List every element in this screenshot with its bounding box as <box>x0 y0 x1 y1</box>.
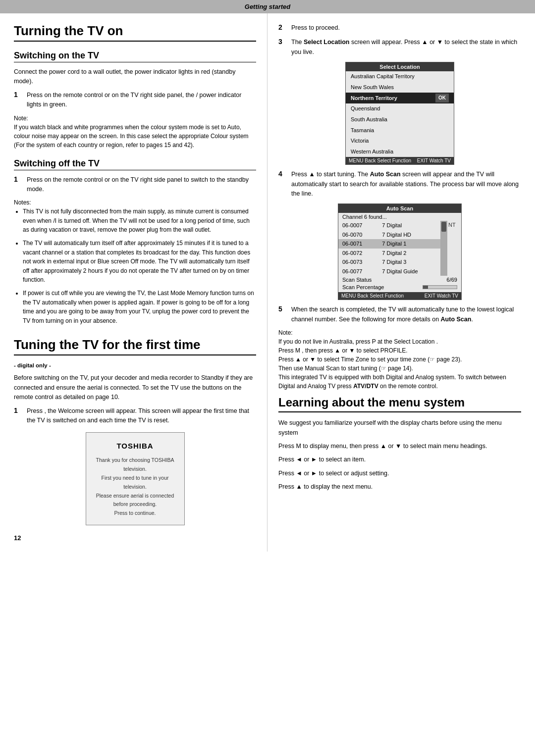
screen-item-act: Australian Capital Territory <box>346 71 454 82</box>
tuning-body: Before switching on the TV, put your dec… <box>14 373 256 402</box>
step-switching-off-1-text: Press on the remote control or on the TV… <box>27 175 256 195</box>
step-2: 2 Press to proceed. <box>278 23 521 33</box>
section-turning-tv-on-title: Turning the TV on <box>14 23 256 42</box>
step-2-text: Press to proceed. <box>291 23 521 33</box>
scan-percentage-row: Scan Percentage <box>338 283 461 292</box>
channel-code: 06-0077 <box>338 267 378 276</box>
step-2-number: 2 <box>278 23 288 31</box>
table-row: 06-00777 Digital Guide <box>338 267 440 276</box>
channel-code: 06-0072 <box>338 249 378 258</box>
nt-label: NT <box>447 222 456 228</box>
digital-only-label: - digital only - <box>14 362 256 368</box>
notes-list: This TV is not fully disconnected from t… <box>14 207 256 325</box>
subsection-switching-on-title: Switching on the TV <box>14 50 256 62</box>
right-note-line-5: This integrated TV is equipped with both… <box>278 373 521 391</box>
subsection-switching-off-title: Switching off the TV <box>14 158 256 170</box>
channel-name: 7 Digital HD <box>378 230 440 240</box>
scan-status-label: Scan Status <box>342 277 372 283</box>
screen-item-tas: Tasmania <box>346 125 454 136</box>
welcome-line-2: First you need to tune in your televisio… <box>93 474 177 492</box>
learning-instruction-1: Press M to display menu, then press ▲ or… <box>278 442 521 451</box>
welcome-screen: TOSHIBA Thank you for choosing TOSHIBA t… <box>86 432 185 525</box>
channel-name: 7 Digital 1 <box>378 239 440 249</box>
channel-code: 06-0071 <box>338 239 378 249</box>
progress-inner <box>423 286 428 289</box>
table-row: 06-00707 Digital HD <box>338 230 440 240</box>
auto-scan-footer-right: EXIT Watch TV <box>425 293 458 299</box>
channel-name: 7 Digital 2 <box>378 249 440 258</box>
right-note-line-1: If you do not live in Australia, press P… <box>278 337 521 346</box>
step-off-number-1: 1 <box>14 175 24 183</box>
screen-item-wa: Western Australia <box>346 147 454 157</box>
header-title: Getting started <box>245 3 290 10</box>
select-location-footer-left: MENU Back Select Function <box>349 158 411 163</box>
welcome-text: Thank you for choosing TOSHIBA televisio… <box>93 456 177 518</box>
auto-scan-footer-left: MENU Back Select Function <box>341 293 404 299</box>
step-number-1: 1 <box>14 91 24 99</box>
table-row: 06-00727 Digital 2 <box>338 249 440 258</box>
learning-body: We suggest you familiarize yourself with… <box>278 418 521 438</box>
list-item: This TV is not fully disconnected from t… <box>23 207 256 235</box>
table-row: 06-00737 Digital 3 <box>338 257 440 267</box>
learning-section: Learning about the menu system We sugges… <box>278 396 521 492</box>
right-note-box: If you do not live in Australia, press P… <box>278 337 521 391</box>
auto-scan-screen: Auto Scan Channel 6 found... 06-00077 Di… <box>338 203 462 300</box>
scan-status-row: Scan Status 6/69 <box>338 276 461 283</box>
right-note-line-2: Press M , then press ▲ or ▼ to select PR… <box>278 346 521 355</box>
step-5: 5 When the search is completed, the TV w… <box>278 305 521 324</box>
left-column: Turning the TV on Switching on the TV Co… <box>0 13 268 552</box>
screen-item-nsw: New South Wales <box>346 82 454 93</box>
select-location-footer-right: EXIT Watch TV <box>417 158 451 163</box>
list-item: The TV will automatically turn itself of… <box>23 239 256 285</box>
screen-item-sa: South Australia <box>346 114 454 125</box>
step-switching-on-1-text: Press on the remote control or on the TV… <box>27 91 256 110</box>
scan-status-value: 6/69 <box>447 277 457 283</box>
step-switching-on-1: 1 Press on the remote control or on the … <box>14 91 256 110</box>
channel-name: 7 Digital 3 <box>378 257 440 267</box>
screen-item-nt-highlighted: Northern Territory OK <box>346 93 454 103</box>
channel-code: 06-0070 <box>338 230 378 240</box>
switching-on-body: Connect the power cord to a wall outlet,… <box>14 67 256 87</box>
right-note-line-4: Then use Manual Scan to start tuning (☞ … <box>278 364 521 373</box>
page-header: Getting started <box>0 0 535 13</box>
auto-scan-footer: MENU Back Select Function EXIT Watch TV <box>338 292 461 300</box>
progress-outer <box>423 285 457 289</box>
step-4-number: 4 <box>278 170 288 178</box>
learning-instruction-3: Press ◄ or ► to select or adjust setting… <box>278 469 521 478</box>
table-row: 06-00717 Digital 1 <box>338 239 440 249</box>
right-column: 2 Press to proceed. 3 The Select Locatio… <box>268 13 535 552</box>
channel-table: 06-00077 Digital06-00707 Digital HD06-00… <box>338 221 440 276</box>
welcome-line-3: Please ensure aerial is connected before… <box>93 492 177 509</box>
step-tuning-1-text: Press , the Welcome screen will appear. … <box>27 406 256 426</box>
note-label-1: Note: <box>14 115 256 122</box>
screen-item-nt-label: Northern Territory <box>351 94 397 103</box>
ok-badge: OK <box>435 94 449 102</box>
list-item: If power is cut off while you are viewin… <box>23 289 256 325</box>
learning-instruction-2: Press ◄ or ► to select an item. <box>278 455 521 464</box>
page-number: 12 <box>14 534 256 542</box>
step-switching-off-1: 1 Press on the remote control or on the … <box>14 175 256 195</box>
select-location-screen: Select Location Australian Capital Terri… <box>345 62 454 165</box>
right-note-line-3: Press ▲ or ▼ to select Time Zone to set … <box>278 355 521 364</box>
step-4: 4 Press ▲ to start tuning. The Auto Scan… <box>278 170 521 199</box>
welcome-logo: TOSHIBA <box>93 442 177 450</box>
channel-name: 7 Digital <box>378 221 440 230</box>
step-3: 3 The Select Location screen will appear… <box>278 38 521 57</box>
right-note-label: Note: <box>278 329 521 336</box>
step-5-number: 5 <box>278 305 288 313</box>
screen-item-qld: Queensland <box>346 103 454 114</box>
auto-scan-title: Auto Scan <box>338 204 461 213</box>
learning-instruction-4: Press ▲ to display the next menu. <box>278 482 521 492</box>
channel-code: 06-0073 <box>338 257 378 267</box>
channel-name: 7 Digital Guide <box>378 267 440 276</box>
scan-percentage-label: Scan Percentage <box>342 284 384 290</box>
step-3-number: 3 <box>278 38 288 46</box>
step-4-text: Press ▲ to start tuning. The Auto Scan s… <box>291 170 521 199</box>
channel-found-label: Channel 6 found... <box>338 213 461 221</box>
welcome-line-4: Press to continue. <box>93 509 177 518</box>
notes-label: Notes: <box>14 199 256 206</box>
step-5-text: When the search is completed, the TV wil… <box>291 305 521 324</box>
welcome-line-1: Thank you for choosing TOSHIBA televisio… <box>93 456 177 474</box>
select-location-title: Select Location <box>346 62 454 71</box>
learning-title: Learning about the menu system <box>278 396 521 412</box>
